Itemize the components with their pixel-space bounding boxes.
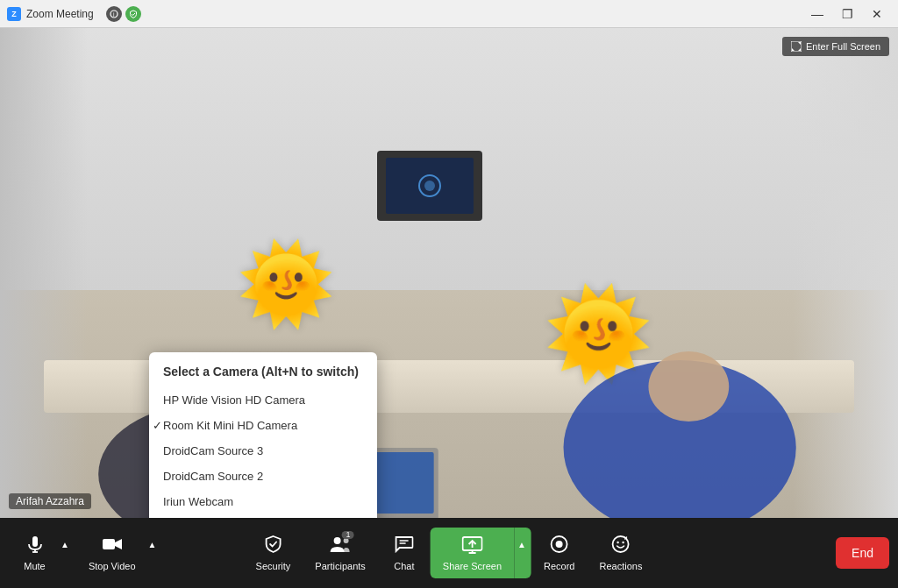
camera-option-hp-label: HP Wide Vision HD Camera [163,393,305,407]
share-screen-arrow-button[interactable]: ▲ [514,528,531,578]
camera-option-droidcam3[interactable]: DroidCam Source 3 [149,438,377,464]
camera-option-roomkit-label: Room Kit Mini HD Camera [163,419,297,432]
chat-icon [395,535,414,557]
svg-point-27 [617,542,619,543]
share-screen-button[interactable]: Share Screen [431,528,514,578]
camera-menu: Select a Camera (Alt+N to switch) HP Wid… [149,352,377,518]
camera-option-iriun-label: Iriun Webcam [163,495,233,508]
participants-label: Participants [315,561,365,571]
stop-video-label: Stop Video [89,561,136,571]
end-button[interactable]: End [836,537,889,569]
record-button[interactable]: Record [531,528,587,578]
video-area: 🌞 🌞 Enter Full Screen Select a Camera (A… [0,28,898,518]
mute-group: Mute ▲ [9,528,76,578]
share-screen-group: Share Screen ▲ [431,528,531,578]
tv-screen [386,158,474,214]
participants-icon: 1 [330,535,351,557]
security-icon [263,535,282,557]
stop-video-button[interactable]: Stop Video [76,528,145,578]
svg-rect-12 [32,536,38,547]
microphone-icon [25,535,45,557]
chat-button[interactable]: Chat [378,528,431,578]
fullscreen-label: Enter Full Screen [806,41,880,52]
title-bar: Z Zoom Meeting i — ❐ ✕ [0,0,898,28]
svg-point-16 [334,537,341,544]
app-title: Zoom Meeting [26,8,94,20]
participant-name-label: Arifah Azzahra [9,493,91,509]
svg-rect-15 [103,539,115,549]
video-chevron-icon: ▲ [148,540,157,549]
video-arrow-button[interactable]: ▲ [145,528,164,578]
camera-option-droidcam3-label: DroidCam Source 3 [163,444,263,457]
record-label: Record [544,561,574,571]
reactions-icon [611,535,631,557]
svg-point-4 [424,181,435,191]
share-chevron-icon: ▲ [517,540,526,549]
participants-video [0,273,898,518]
close-button[interactable]: ✕ [863,4,891,25]
svg-text:i: i [113,11,115,18]
svg-point-28 [623,542,624,543]
svg-point-25 [556,541,563,548]
camera-option-droidcam2-label: DroidCam Source 2 [163,470,263,483]
info-icon[interactable]: i [106,6,122,22]
reactions-button[interactable]: Reactions [587,528,654,578]
camera-option-droidcam2[interactable]: DroidCam Source 2 [149,464,377,489]
fullscreen-button[interactable]: Enter Full Screen [782,37,889,56]
mute-label: Mute [24,561,45,571]
record-icon [550,535,569,557]
shield-check-icon[interactable] [125,6,141,22]
security-button[interactable]: Security [244,528,303,578]
mute-chevron-icon: ▲ [61,540,69,549]
svg-point-8 [648,351,729,422]
camera-option-iriun[interactable]: Iriun Webcam [149,489,377,514]
zoom-logo: Z [7,7,21,21]
toolbar: Mute ▲ Stop Video ▲ [0,518,898,588]
camera-menu-title: Select a Camera (Alt+N to switch) [149,359,377,387]
participants-count: 1 [342,531,354,539]
security-label: Security [256,561,291,571]
camera-option-roomkit[interactable]: Room Kit Mini HD Camera [149,413,377,438]
share-screen-icon [461,535,482,557]
maximize-button[interactable]: ❐ [833,4,861,25]
video-group: Stop Video ▲ [76,528,164,578]
reactions-label: Reactions [599,561,642,571]
participants-button[interactable]: 1 Participants [303,528,377,578]
video-camera-icon [102,535,123,557]
tv-display [377,151,482,221]
chat-label: Chat [394,561,414,571]
minimize-button[interactable]: — [803,4,831,25]
share-screen-label: Share Screen [443,561,502,571]
mute-arrow-button[interactable]: ▲ [57,528,76,578]
mute-button[interactable]: Mute [9,528,57,578]
camera-option-hp[interactable]: HP Wide Vision HD Camera [149,387,377,413]
